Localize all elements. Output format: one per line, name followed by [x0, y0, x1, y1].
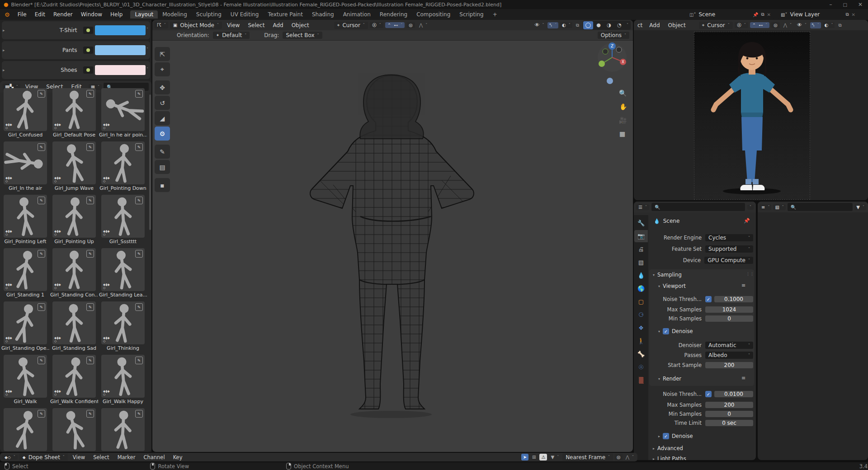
render-denoise-checkbox[interactable]: ✓ [663, 433, 669, 439]
edit-asset-icon[interactable]: ✎ [86, 357, 94, 364]
edit-asset-icon[interactable]: ✎ [135, 143, 143, 151]
menu-edit[interactable]: Edit [31, 11, 49, 18]
tab-texture-icon[interactable]: ▒ [634, 374, 648, 386]
viewport-menu-view[interactable]: View [224, 22, 243, 28]
options-dropdown[interactable]: Options˅ [598, 32, 629, 39]
preset-menu-icon[interactable]: ≡ [741, 282, 745, 288]
tool-scale[interactable]: ◢ [155, 111, 170, 125]
workspace-tab-rendering[interactable]: Rendering [375, 10, 412, 19]
render-noise-threshold-value[interactable]: 0.0100 [714, 391, 753, 397]
noise-threshold-checkbox[interactable]: ✓ [705, 296, 712, 302]
navigation-gizmo[interactable]: Z X [596, 42, 628, 73]
tab-armature-data-icon[interactable]: 🚶 [634, 335, 648, 347]
render-proportional-toggle[interactable]: ◎ [771, 22, 780, 28]
dope-menu-marker[interactable]: Marker [114, 454, 139, 461]
unlink-scene-icon[interactable]: ✕ [767, 12, 771, 17]
dope-falloff-dropdown[interactable]: ⋀˅ [624, 454, 635, 461]
snap-toggle[interactable]: ⌃ ⊷˅ [385, 22, 405, 28]
start-sample-value[interactable]: 200 [705, 362, 753, 368]
workspace-tab-uv-editing[interactable]: UV Editing [226, 10, 264, 19]
outliner-search-input[interactable]: 🔍 [788, 203, 853, 211]
dope-filter-dropdown[interactable]: ▼˅ [549, 454, 561, 461]
viewport-grid-icon[interactable]: ▦ [619, 130, 625, 137]
edit-asset-icon[interactable]: ✎ [86, 197, 94, 204]
edit-asset-icon[interactable]: ✎ [135, 250, 143, 258]
asset-thumb-19[interactable]: ✎ [52, 408, 96, 451]
render-denoise-header[interactable]: ▸✓ Denoise [658, 433, 693, 439]
sampling-panel-header[interactable]: ▾Sampling [653, 272, 682, 278]
edit-asset-icon[interactable]: ✎ [86, 410, 94, 418]
tab-tool-icon[interactable]: 🔧 [634, 217, 648, 229]
shoes-menu-chevron-icon[interactable]: ˅ [146, 67, 148, 71]
asset-thumb-12[interactable]: ✎ ◆▮◆◇ [4, 301, 47, 344]
workspace-tab-shading[interactable]: Shading [307, 10, 339, 19]
render-snap-toggle[interactable]: ⌃ ⊷˅ [750, 22, 769, 28]
render-falloff-dropdown[interactable]: ⋀˅ [782, 22, 793, 28]
advanced-header[interactable]: ▸Advanced [653, 445, 683, 451]
menu-window[interactable]: Window [77, 11, 106, 18]
outliner-filter-button[interactable]: ▼˅ [854, 204, 866, 210]
asset-thumb-1[interactable]: ✎ ◆▮◆◇ [52, 88, 96, 131]
shading-rendered-button[interactable]: ◔ [614, 21, 624, 29]
asset-scrollbar[interactable] [149, 94, 151, 230]
preset-menu-icon[interactable]: ≡ [741, 375, 745, 381]
workspace-tab-layout[interactable]: Layout [130, 10, 158, 19]
edit-asset-icon[interactable]: ✎ [135, 90, 143, 98]
asset-thumb-5[interactable]: ✎ ◆▮◆◇ [101, 141, 145, 184]
viewport-camera-icon[interactable]: 🎥 [619, 117, 627, 124]
editor-type-dope-sheet[interactable]: ◆◇ ˅ [2, 455, 18, 460]
device-dropdown[interactable]: GPU Compute˅ [704, 257, 753, 264]
tab-scene-icon[interactable]: 💧 [634, 269, 648, 282]
render-preview-viewport[interactable]: ct Add Object ⌖ Cursor˅ ⦿˅ ⌃ ⊷˅ ◎ ⋀˅ 👁˅ … [634, 20, 868, 200]
tool-move[interactable]: ✥ [155, 80, 170, 94]
edit-asset-icon[interactable]: ✎ [135, 410, 143, 418]
denoise-header[interactable]: ▾✓ Denoise [658, 328, 693, 334]
workspace-tab-modeling[interactable]: Modeling [158, 10, 192, 19]
edit-asset-icon[interactable]: ✎ [135, 357, 143, 364]
editor-type-properties[interactable]: ☰ ˅ [636, 204, 649, 210]
edit-asset-icon[interactable]: ✎ [38, 303, 45, 311]
editor-type-3d-viewport[interactable]: ☈ ˅ [155, 22, 168, 28]
render-menu-add[interactable]: Add [646, 22, 663, 28]
properties-filter-chevron[interactable]: ˅ [747, 205, 754, 210]
pants-menu-chevron-icon[interactable]: ˅ [146, 47, 148, 52]
menu-render[interactable]: Render [49, 11, 77, 18]
edit-asset-icon[interactable]: ✎ [86, 250, 94, 258]
tshirt-menu-chevron-icon[interactable]: ˅ [146, 28, 148, 32]
asset-thumb-0[interactable]: ✎ ◆▮◆◇ [4, 88, 47, 131]
dope-menu-channel[interactable]: Channel [140, 454, 168, 461]
shading-dropdown-chevron-icon[interactable]: ˅ [625, 21, 630, 29]
viewport-pan-icon[interactable]: ✋ [619, 103, 627, 110]
dope-menu-key[interactable]: Key [170, 454, 186, 461]
dope-menu-select[interactable]: Select [90, 454, 112, 461]
tool-select-box[interactable]: ⇱ [155, 47, 170, 61]
asset-thumb-11[interactable]: ✎ ◆▮◆◇ [101, 248, 145, 291]
properties-search-input[interactable]: 🔍 [651, 203, 745, 211]
proportional-editing-toggle[interactable]: ◎ [406, 22, 415, 28]
pivot-point-dropdown[interactable]: ⌖ Cursor˅ [334, 22, 368, 29]
blender-menu-icon[interactable]: ⚙ [5, 11, 10, 18]
noise-threshold-value[interactable]: 0.1000 [714, 296, 753, 302]
workspace-tab-scripting[interactable]: Scripting [455, 10, 488, 19]
tab-world-icon[interactable]: 🌎 [634, 282, 648, 295]
passes-dropdown[interactable]: Albedo˅ [705, 352, 753, 359]
render-menu-clipped[interactable]: ct [636, 22, 644, 28]
render-engine-dropdown[interactable]: Cycles˅ [705, 234, 753, 241]
dope-sheet-mode-dropdown[interactable]: ◆ Dope Sheet˅ [19, 453, 68, 461]
asset-thumb-14[interactable]: ✎ ◆▮◆◇ [101, 301, 145, 344]
new-scene-icon[interactable]: ⧉ [761, 12, 764, 17]
tab-render-icon[interactable]: 📷 [634, 230, 648, 242]
render-menu-object[interactable]: Object [665, 22, 689, 28]
object-visibility-dropdown[interactable]: 👁˅ [533, 22, 546, 28]
workspace-tab-texture-paint[interactable]: Texture Paint [263, 10, 307, 19]
drag-dropdown[interactable]: Select Box˅ [283, 32, 322, 39]
tab-constraints-icon[interactable]: ❖ [634, 322, 648, 334]
edit-asset-icon[interactable]: ✎ [38, 143, 45, 151]
time-limit-value[interactable]: 0 sec [705, 420, 753, 426]
only-selected-toggle[interactable]: ➤ [521, 454, 528, 461]
render-min-samples-value[interactable]: 0 [705, 411, 753, 417]
render-orientation-dropdown[interactable]: ⦿˅ [735, 22, 748, 28]
properties-pin-icon[interactable]: 📌 [744, 218, 750, 224]
proportional-falloff-dropdown[interactable]: ⋀˅ [417, 22, 429, 28]
render-max-samples-value[interactable]: 200 [705, 402, 753, 408]
